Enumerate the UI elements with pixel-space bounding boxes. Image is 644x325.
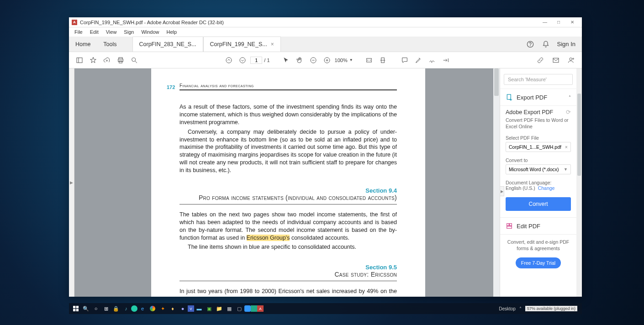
taskbar-app[interactable]: ✦ — [158, 304, 168, 314]
page-number-input[interactable] — [250, 57, 262, 64]
change-language-link[interactable]: Change — [538, 185, 555, 191]
panel-scrollbar[interactable] — [576, 68, 582, 297]
clear-file-icon[interactable]: × — [565, 144, 568, 150]
scrollbar-thumb[interactable] — [577, 94, 581, 176]
hand-tool-icon[interactable] — [294, 54, 306, 66]
search-icon[interactable] — [128, 54, 140, 66]
zoom-in-icon[interactable] — [321, 54, 333, 66]
menu-help[interactable]: Help — [163, 28, 181, 36]
scrollbar-thumb[interactable] — [494, 68, 499, 96]
export-pdf-body: Adobe Export PDF ⟳ Convert PDF Files to … — [500, 105, 576, 217]
export-subtitle: Adobe Export PDF — [506, 109, 553, 115]
svg-rect-28 — [73, 309, 75, 311]
minimize-button[interactable]: ― — [538, 18, 552, 27]
maximize-button[interactable]: □ — [552, 18, 565, 27]
sign-icon[interactable] — [426, 54, 438, 66]
taskbar-app[interactable]: ▣ — [204, 304, 214, 314]
share-link-icon[interactable] — [534, 54, 546, 66]
taskbar-app[interactable]: V — [188, 305, 194, 312]
edit-pdf-tool-header[interactable]: Edit PDF — [500, 217, 576, 234]
content-area: ▶ 172 Financial analysis and forecasting… — [69, 68, 582, 297]
vertical-scrollbar[interactable] — [493, 68, 500, 297]
section-title: Case study: Ericsson — [179, 271, 397, 281]
export-desc: Convert PDF Files to Word or Excel Onlin… — [506, 117, 571, 130]
menu-file[interactable]: File — [71, 28, 86, 36]
cloud-upload-icon[interactable] — [101, 54, 113, 66]
tray-chevron-icon[interactable]: ˄ — [519, 306, 522, 311]
highlighted-text: Ericsson Group's — [247, 235, 290, 241]
menu-view[interactable]: View — [102, 28, 121, 36]
tools-search-input[interactable]: Search 'Measure' — [504, 74, 573, 85]
document-viewport[interactable]: 172 Financial analysis and forecasting A… — [74, 68, 500, 297]
menu-sign[interactable]: Sign — [120, 28, 137, 36]
print-icon[interactable] — [115, 54, 127, 66]
file-explorer-icon[interactable]: 📁 — [214, 304, 224, 314]
fit-page-icon[interactable] — [377, 54, 389, 66]
left-panel-expand[interactable]: ▶ — [69, 68, 74, 297]
email-icon[interactable] — [550, 54, 562, 66]
comment-icon[interactable] — [399, 54, 411, 66]
tab-home[interactable]: Home — [69, 37, 97, 52]
toolbar: / 1 100%▼ — [69, 52, 582, 68]
zoom-level[interactable]: 100%▼ — [335, 58, 353, 63]
free-trial-button[interactable]: Free 7-Day Trial — [516, 257, 561, 268]
tab-doc-2[interactable]: CorpFIN_199_NE_S...× — [203, 37, 281, 52]
convert-button[interactable]: Convert — [506, 197, 571, 211]
taskbar-app[interactable] — [131, 305, 137, 312]
task-view-icon[interactable]: ⊞ — [101, 304, 111, 314]
svg-point-21 — [573, 58, 574, 59]
selection-tool-icon[interactable] — [280, 54, 292, 66]
help-icon[interactable] — [526, 40, 534, 48]
taskbar-app[interactable]: ▬ — [194, 304, 204, 314]
menu-edit[interactable]: Edit — [86, 28, 102, 36]
tab-tools[interactable]: Tools — [97, 37, 123, 52]
svg-rect-16 — [366, 58, 371, 62]
start-button[interactable] — [71, 304, 81, 314]
taskbar-app[interactable] — [148, 304, 158, 314]
page-up-icon[interactable] — [223, 54, 235, 66]
convert-to-select[interactable]: Microsoft Word (*.docx) ▼ — [506, 164, 571, 174]
share-people-icon[interactable] — [565, 54, 577, 66]
star-icon[interactable] — [87, 54, 99, 66]
svg-rect-2 — [77, 58, 82, 63]
export-pdf-tool-header[interactable]: Export PDF ˄ — [500, 89, 576, 105]
titlebar: A CorpFIN_199_NE_SWH.pdf - Adobe Acrobat… — [69, 17, 582, 27]
highlight-icon[interactable] — [412, 54, 424, 66]
bell-icon[interactable] — [542, 40, 550, 48]
taskbar-app[interactable]: ♪ — [121, 304, 131, 314]
cortana-icon[interactable]: ○ — [91, 304, 101, 314]
taskbar-app[interactable]: ▢ — [234, 304, 244, 314]
refresh-icon[interactable]: ⟳ — [566, 109, 571, 115]
edit-pdf-message: Convert, edit and e-sign PDF forms & agr… — [506, 239, 571, 252]
taskbar-app[interactable] — [251, 305, 257, 312]
acrobat-icon: A — [72, 20, 77, 25]
svg-rect-26 — [73, 306, 75, 308]
export-pdf-icon — [506, 94, 513, 101]
right-panel-collapse[interactable]: ▶ — [500, 186, 504, 196]
taskbar-app[interactable]: ▦ — [224, 304, 234, 314]
menu-window[interactable]: Window — [137, 28, 163, 36]
zoom-out-icon[interactable] — [307, 54, 319, 66]
acrobat-taskbar-icon[interactable]: A — [257, 305, 264, 312]
taskbar-app[interactable]: e — [137, 304, 148, 314]
fit-width-icon[interactable] — [363, 54, 375, 66]
battery-tooltip: 57% available (plugged in) — [525, 306, 577, 311]
sidebar-toggle-icon[interactable] — [74, 54, 85, 66]
sign-in-button[interactable]: Sign In — [557, 41, 575, 47]
svg-rect-27 — [76, 306, 79, 308]
taskbar-app[interactable]: ♦ — [168, 304, 178, 314]
close-button[interactable]: ✕ — [565, 18, 579, 27]
close-tab-icon[interactable]: × — [271, 41, 274, 47]
document-language: Document Language: English (U.S.) Change — [506, 180, 571, 191]
search-taskbar-icon[interactable]: 🔍 — [81, 304, 91, 314]
more-tools-icon[interactable] — [440, 54, 452, 66]
page-down-icon[interactable] — [237, 54, 248, 66]
desktop-label[interactable]: Desktop — [499, 306, 516, 311]
taskbar-app[interactable]: 🔒 — [111, 304, 121, 314]
section-number: Section 9.4 — [179, 187, 397, 194]
tab-doc-1[interactable]: CorpFIN_283_NE_S... — [132, 37, 203, 52]
paragraph: In just two years (from 1998 to 2000) Er… — [179, 288, 397, 297]
selected-file-field[interactable]: CorpFIN_1...E_SWH.pdf × — [506, 142, 571, 152]
taskbar-app[interactable]: ● — [178, 304, 188, 314]
taskbar-app[interactable] — [244, 305, 251, 312]
